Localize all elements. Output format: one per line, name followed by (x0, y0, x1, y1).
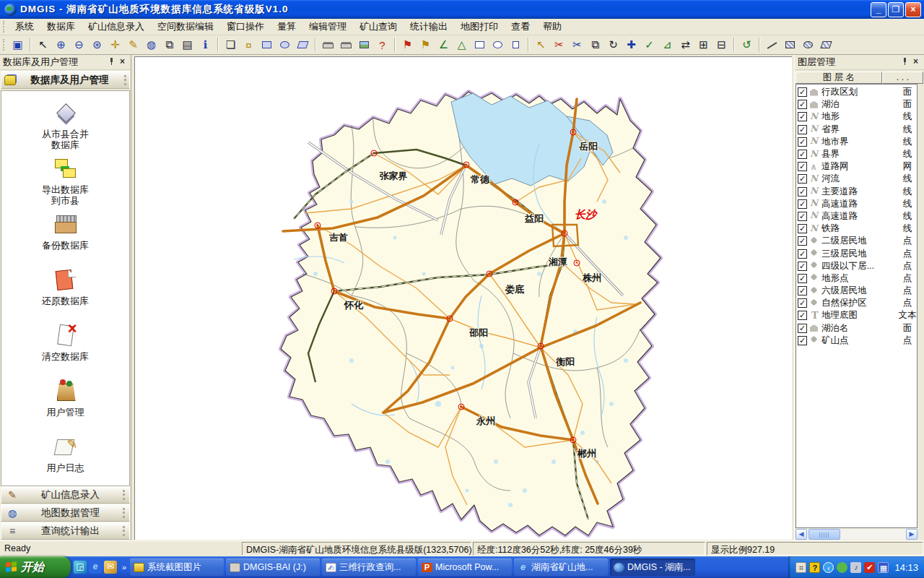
print-preview-icon[interactable]: ❏ (222, 37, 239, 53)
menu-spatial-edit[interactable]: 空间数据编辑 (151, 18, 220, 35)
city-marker[interactable] (463, 162, 470, 168)
undo-icon[interactable]: ↺ (738, 37, 755, 53)
rect-tool-icon[interactable] (471, 37, 488, 53)
task-dmgis-bai-drive[interactable]: DMGIS-BAI (J:) (226, 558, 320, 576)
layer-checkbox[interactable]: ✓ (798, 224, 807, 233)
scroll-right-icon[interactable]: ▶ (906, 529, 918, 540)
edit-segment-icon[interactable]: ⊿ (659, 37, 676, 53)
map-properties-icon[interactable]: ▤ (179, 37, 196, 53)
tray-language-back-icon[interactable]: ‹ (823, 562, 834, 573)
layer-name-column-header[interactable]: 图 层 名 (796, 72, 882, 84)
draw-line-icon[interactable] (764, 37, 780, 53)
hatch-ellipse-icon[interactable] (800, 37, 816, 53)
layer-row[interactable]: ✓ 河流 线 (798, 173, 917, 185)
task-hunan-mine-page[interactable]: e 湖南省矿山地... (514, 558, 608, 576)
layer-checkbox[interactable]: ✓ (798, 100, 807, 109)
layer-checkbox[interactable]: ✓ (798, 187, 807, 197)
layer-row[interactable]: ✓ 地形点 点 (798, 272, 917, 285)
square-tool-icon[interactable] (507, 37, 524, 53)
zoom-in-icon[interactable]: ⊕ (53, 37, 69, 53)
layer-row[interactable]: ✓ 省界 线 (798, 124, 917, 136)
tray-keyboard-icon[interactable]: ⌗ (796, 562, 806, 573)
layer-row[interactable]: ✓ 二级居民地 点 (798, 235, 917, 247)
layer-row[interactable]: ✓ 矿山点 点 (798, 335, 917, 347)
edit-vertex-icon[interactable]: ✓ (641, 37, 658, 53)
city-marker[interactable] (574, 260, 580, 267)
layer-checkbox[interactable]: ✓ (798, 150, 807, 159)
world-view-icon[interactable]: ◍ (143, 37, 160, 53)
quick-launch-more-chevron[interactable]: » (120, 563, 128, 571)
group-header-database[interactable]: 数据库及用户管理 (1, 71, 130, 89)
pan-icon[interactable]: ✛ (107, 37, 123, 53)
start-button[interactable]: 开始 (0, 556, 71, 578)
layer-row[interactable]: ✓ 湖泊名 面 (798, 322, 917, 335)
city-marker[interactable] (487, 271, 493, 277)
city-marker[interactable] (315, 223, 321, 229)
move-feature-icon[interactable]: ✚ (623, 37, 640, 53)
menu-mine-info-entry[interactable]: 矿山信息录入 (82, 18, 151, 35)
layer-checkbox[interactable]: ✓ (798, 162, 807, 171)
refresh-brush-icon[interactable]: ✎ (125, 37, 141, 53)
layer-checkbox[interactable]: ✓ (798, 125, 807, 134)
tray-ime-help-icon[interactable]: ? (809, 562, 820, 573)
layer-row[interactable]: ✓ 自然保护区 点 (798, 297, 917, 309)
restore-button[interactable]: ❐ (888, 2, 904, 17)
layer-checkbox[interactable]: ✓ (798, 174, 807, 184)
city-marker[interactable] (331, 288, 338, 295)
pin-icon[interactable] (899, 57, 910, 67)
item-merge-db[interactable]: 从市县合并 数据库 (1, 100, 129, 155)
city-marker[interactable] (447, 316, 453, 322)
city-marker[interactable] (570, 437, 577, 444)
ellipse-zoom-icon[interactable] (276, 37, 293, 53)
menu-database[interactable]: 数据库 (40, 18, 82, 35)
item-user-manage[interactable]: 用户管理 (1, 378, 129, 434)
city-marker[interactable] (570, 129, 577, 136)
close-panel-icon[interactable]: × (910, 57, 921, 67)
layer-checkbox[interactable]: ✓ (798, 274, 807, 283)
map-window-icon[interactable]: ▣ (9, 37, 26, 53)
rotate-feature-icon[interactable]: ↻ (605, 37, 622, 53)
task-dmgis-hunan[interactable]: DMGIS - 湖南... (610, 558, 695, 576)
edit-select-icon[interactable]: ↖ (533, 37, 549, 53)
menu-map-print[interactable]: 地图打印 (454, 18, 505, 35)
layer-row[interactable]: ✓ 三级居民地 点 (798, 247, 917, 259)
flip-feature-icon[interactable]: ⇄ (677, 37, 694, 53)
measure-line-icon[interactable]: ∠ (435, 37, 452, 53)
scrollbar-thumb[interactable] (808, 529, 840, 540)
tray-network-icon[interactable]: ▦ (878, 562, 889, 573)
flag-edit-icon[interactable]: ⚑ (417, 37, 434, 53)
tray-security-shield-icon[interactable]: ✔ (864, 562, 875, 573)
tray-update-icon[interactable] (837, 562, 847, 573)
cut-features-icon[interactable]: ✂ (551, 37, 567, 53)
rect-zoom-icon[interactable] (258, 37, 275, 53)
layer-row[interactable]: ✓ 县界 线 (798, 148, 917, 160)
layer-row[interactable]: ✓ 高速道路 线 (798, 210, 917, 223)
layer-row[interactable]: ✓ 地市界 线 (798, 136, 917, 148)
menu-edit-manage[interactable]: 编辑管理 (302, 18, 353, 35)
layer-checkbox[interactable]: ✓ (798, 212, 807, 221)
layer-checkbox[interactable]: ✓ (798, 286, 807, 296)
city-marker[interactable] (371, 150, 378, 157)
layer-checkbox[interactable]: ✓ (798, 199, 807, 209)
item-restore-db[interactable]: 还原数据库 (1, 267, 129, 322)
select-cursor-icon[interactable]: ↖ (35, 37, 51, 53)
export-image-icon[interactable] (356, 37, 372, 53)
pin-icon[interactable] (106, 57, 117, 67)
quicklaunch-show-desktop-icon[interactable]: ◲ (74, 561, 87, 574)
menu-help[interactable]: 帮助 (536, 18, 568, 35)
city-marker[interactable] (538, 343, 544, 350)
print-setup-icon[interactable] (338, 37, 354, 53)
menu-window-ops[interactable]: 窗口操作 (220, 18, 271, 35)
layer-checkbox[interactable]: ✓ (798, 311, 807, 320)
hatch-pgram-icon[interactable] (818, 37, 834, 53)
help-icon[interactable]: ? (374, 37, 391, 53)
layer-row[interactable]: ✓ 铁路 线 (798, 223, 917, 235)
layer-checkbox[interactable]: ✓ (798, 236, 807, 246)
layer-row[interactable]: ✓ 主要道路 线 (798, 186, 917, 198)
layer-row[interactable]: ✓ 行政区划 面 (798, 86, 917, 98)
hatch-rect-icon[interactable] (782, 37, 798, 53)
layer-more-column-header[interactable]: . . . (882, 72, 923, 84)
minimize-button[interactable]: _ (871, 2, 886, 17)
group-map-data-manage[interactable]: ◍ 地图数据管理 (1, 504, 130, 522)
layer-row[interactable]: ✓ 地形 线 (798, 111, 917, 123)
